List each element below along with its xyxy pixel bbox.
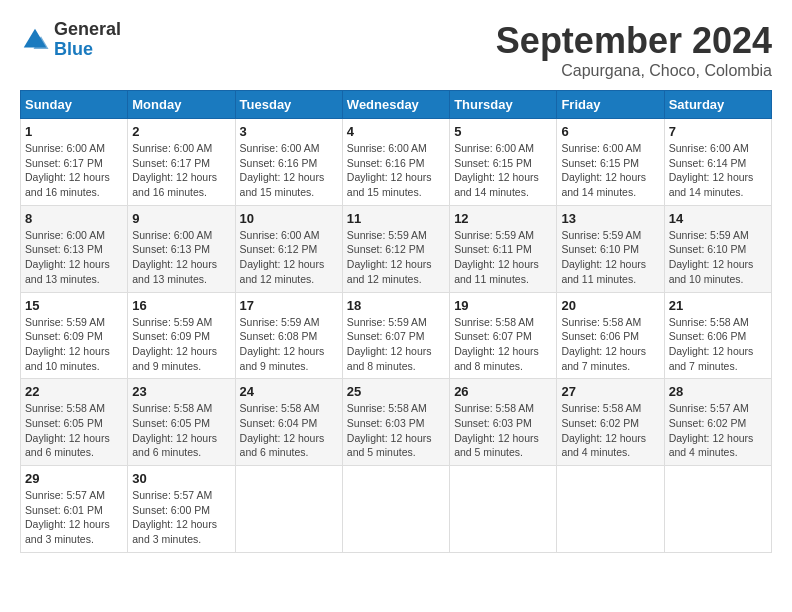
day-cell-9: 9Sunrise: 6:00 AM Sunset: 6:13 PM Daylig… <box>128 205 235 292</box>
day-info-4: Sunrise: 6:00 AM Sunset: 6:16 PM Dayligh… <box>347 141 445 200</box>
day-info-10: Sunrise: 6:00 AM Sunset: 6:12 PM Dayligh… <box>240 228 338 287</box>
day-cell-10: 10Sunrise: 6:00 AM Sunset: 6:12 PM Dayli… <box>235 205 342 292</box>
month-title: September 2024 <box>496 20 772 62</box>
day-cell-16: 16Sunrise: 5:59 AM Sunset: 6:09 PM Dayli… <box>128 292 235 379</box>
day-number-12: 12 <box>454 211 552 226</box>
day-cell-26: 26Sunrise: 5:58 AM Sunset: 6:03 PM Dayli… <box>450 379 557 466</box>
day-cell-17: 17Sunrise: 5:59 AM Sunset: 6:08 PM Dayli… <box>235 292 342 379</box>
day-info-11: Sunrise: 5:59 AM Sunset: 6:12 PM Dayligh… <box>347 228 445 287</box>
day-number-21: 21 <box>669 298 767 313</box>
day-info-30: Sunrise: 5:57 AM Sunset: 6:00 PM Dayligh… <box>132 488 230 547</box>
day-number-15: 15 <box>25 298 123 313</box>
day-info-8: Sunrise: 6:00 AM Sunset: 6:13 PM Dayligh… <box>25 228 123 287</box>
day-info-16: Sunrise: 5:59 AM Sunset: 6:09 PM Dayligh… <box>132 315 230 374</box>
day-number-18: 18 <box>347 298 445 313</box>
day-number-23: 23 <box>132 384 230 399</box>
day-number-7: 7 <box>669 124 767 139</box>
day-number-2: 2 <box>132 124 230 139</box>
day-info-6: Sunrise: 6:00 AM Sunset: 6:15 PM Dayligh… <box>561 141 659 200</box>
day-number-14: 14 <box>669 211 767 226</box>
day-info-14: Sunrise: 5:59 AM Sunset: 6:10 PM Dayligh… <box>669 228 767 287</box>
logo-general-text: General <box>54 20 121 40</box>
day-info-15: Sunrise: 5:59 AM Sunset: 6:09 PM Dayligh… <box>25 315 123 374</box>
weekday-header-tuesday: Tuesday <box>235 91 342 119</box>
day-info-5: Sunrise: 6:00 AM Sunset: 6:15 PM Dayligh… <box>454 141 552 200</box>
day-number-11: 11 <box>347 211 445 226</box>
weekday-header-row: SundayMondayTuesdayWednesdayThursdayFrid… <box>21 91 772 119</box>
day-info-12: Sunrise: 5:59 AM Sunset: 6:11 PM Dayligh… <box>454 228 552 287</box>
day-info-27: Sunrise: 5:58 AM Sunset: 6:02 PM Dayligh… <box>561 401 659 460</box>
day-cell-19: 19Sunrise: 5:58 AM Sunset: 6:07 PM Dayli… <box>450 292 557 379</box>
day-info-28: Sunrise: 5:57 AM Sunset: 6:02 PM Dayligh… <box>669 401 767 460</box>
day-info-20: Sunrise: 5:58 AM Sunset: 6:06 PM Dayligh… <box>561 315 659 374</box>
empty-cell <box>557 466 664 553</box>
day-cell-22: 22Sunrise: 5:58 AM Sunset: 6:05 PM Dayli… <box>21 379 128 466</box>
empty-cell <box>342 466 449 553</box>
day-info-26: Sunrise: 5:58 AM Sunset: 6:03 PM Dayligh… <box>454 401 552 460</box>
day-cell-11: 11Sunrise: 5:59 AM Sunset: 6:12 PM Dayli… <box>342 205 449 292</box>
day-number-17: 17 <box>240 298 338 313</box>
day-cell-5: 5Sunrise: 6:00 AM Sunset: 6:15 PM Daylig… <box>450 119 557 206</box>
day-cell-7: 7Sunrise: 6:00 AM Sunset: 6:14 PM Daylig… <box>664 119 771 206</box>
day-cell-20: 20Sunrise: 5:58 AM Sunset: 6:06 PM Dayli… <box>557 292 664 379</box>
day-info-23: Sunrise: 5:58 AM Sunset: 6:05 PM Dayligh… <box>132 401 230 460</box>
day-number-25: 25 <box>347 384 445 399</box>
weekday-header-thursday: Thursday <box>450 91 557 119</box>
logo-text: General Blue <box>54 20 121 60</box>
day-number-1: 1 <box>25 124 123 139</box>
day-cell-27: 27Sunrise: 5:58 AM Sunset: 6:02 PM Dayli… <box>557 379 664 466</box>
empty-cell <box>664 466 771 553</box>
day-number-24: 24 <box>240 384 338 399</box>
day-number-26: 26 <box>454 384 552 399</box>
title-area: September 2024 Capurgana, Choco, Colombi… <box>496 20 772 80</box>
day-info-24: Sunrise: 5:58 AM Sunset: 6:04 PM Dayligh… <box>240 401 338 460</box>
day-cell-21: 21Sunrise: 5:58 AM Sunset: 6:06 PM Dayli… <box>664 292 771 379</box>
week-row-4: 22Sunrise: 5:58 AM Sunset: 6:05 PM Dayli… <box>21 379 772 466</box>
day-info-7: Sunrise: 6:00 AM Sunset: 6:14 PM Dayligh… <box>669 141 767 200</box>
day-info-9: Sunrise: 6:00 AM Sunset: 6:13 PM Dayligh… <box>132 228 230 287</box>
day-number-4: 4 <box>347 124 445 139</box>
day-number-22: 22 <box>25 384 123 399</box>
empty-cell <box>450 466 557 553</box>
day-info-3: Sunrise: 6:00 AM Sunset: 6:16 PM Dayligh… <box>240 141 338 200</box>
day-number-29: 29 <box>25 471 123 486</box>
day-cell-15: 15Sunrise: 5:59 AM Sunset: 6:09 PM Dayli… <box>21 292 128 379</box>
location-title: Capurgana, Choco, Colombia <box>496 62 772 80</box>
day-cell-24: 24Sunrise: 5:58 AM Sunset: 6:04 PM Dayli… <box>235 379 342 466</box>
day-info-17: Sunrise: 5:59 AM Sunset: 6:08 PM Dayligh… <box>240 315 338 374</box>
weekday-header-friday: Friday <box>557 91 664 119</box>
day-cell-12: 12Sunrise: 5:59 AM Sunset: 6:11 PM Dayli… <box>450 205 557 292</box>
day-number-20: 20 <box>561 298 659 313</box>
day-number-16: 16 <box>132 298 230 313</box>
day-number-8: 8 <box>25 211 123 226</box>
day-cell-13: 13Sunrise: 5:59 AM Sunset: 6:10 PM Dayli… <box>557 205 664 292</box>
day-info-18: Sunrise: 5:59 AM Sunset: 6:07 PM Dayligh… <box>347 315 445 374</box>
day-number-27: 27 <box>561 384 659 399</box>
day-number-28: 28 <box>669 384 767 399</box>
page-header: General Blue September 2024 Capurgana, C… <box>20 20 772 80</box>
day-number-30: 30 <box>132 471 230 486</box>
week-row-2: 8Sunrise: 6:00 AM Sunset: 6:13 PM Daylig… <box>21 205 772 292</box>
day-info-19: Sunrise: 5:58 AM Sunset: 6:07 PM Dayligh… <box>454 315 552 374</box>
day-cell-8: 8Sunrise: 6:00 AM Sunset: 6:13 PM Daylig… <box>21 205 128 292</box>
weekday-header-monday: Monday <box>128 91 235 119</box>
day-number-6: 6 <box>561 124 659 139</box>
day-number-13: 13 <box>561 211 659 226</box>
day-info-21: Sunrise: 5:58 AM Sunset: 6:06 PM Dayligh… <box>669 315 767 374</box>
day-cell-18: 18Sunrise: 5:59 AM Sunset: 6:07 PM Dayli… <box>342 292 449 379</box>
day-cell-4: 4Sunrise: 6:00 AM Sunset: 6:16 PM Daylig… <box>342 119 449 206</box>
logo-blue-text: Blue <box>54 40 121 60</box>
day-cell-25: 25Sunrise: 5:58 AM Sunset: 6:03 PM Dayli… <box>342 379 449 466</box>
day-cell-6: 6Sunrise: 6:00 AM Sunset: 6:15 PM Daylig… <box>557 119 664 206</box>
day-number-3: 3 <box>240 124 338 139</box>
weekday-header-sunday: Sunday <box>21 91 128 119</box>
day-info-13: Sunrise: 5:59 AM Sunset: 6:10 PM Dayligh… <box>561 228 659 287</box>
day-info-1: Sunrise: 6:00 AM Sunset: 6:17 PM Dayligh… <box>25 141 123 200</box>
day-cell-28: 28Sunrise: 5:57 AM Sunset: 6:02 PM Dayli… <box>664 379 771 466</box>
day-info-25: Sunrise: 5:58 AM Sunset: 6:03 PM Dayligh… <box>347 401 445 460</box>
weekday-header-saturday: Saturday <box>664 91 771 119</box>
day-number-10: 10 <box>240 211 338 226</box>
week-row-3: 15Sunrise: 5:59 AM Sunset: 6:09 PM Dayli… <box>21 292 772 379</box>
day-cell-29: 29Sunrise: 5:57 AM Sunset: 6:01 PM Dayli… <box>21 466 128 553</box>
day-number-5: 5 <box>454 124 552 139</box>
